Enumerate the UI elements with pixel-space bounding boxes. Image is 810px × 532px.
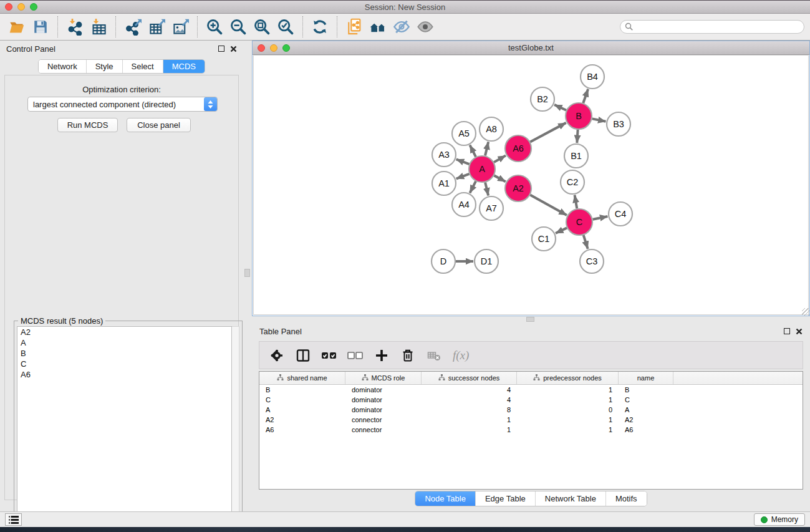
graph-node-C1[interactable]: C1	[532, 227, 556, 251]
graph-node-A3[interactable]: A3	[432, 143, 456, 167]
graph-node-B4[interactable]: B4	[581, 65, 604, 89]
column-header-predecessor-nodes[interactable]: predecessor nodes	[517, 372, 619, 384]
cell-predecessor-nodes[interactable]: 1	[517, 396, 619, 404]
graph-edge-C-C3[interactable]	[584, 235, 588, 249]
import-table-icon[interactable]	[87, 15, 110, 39]
graph-node-A4[interactable]: A4	[452, 193, 476, 216]
result-item[interactable]: A2	[17, 327, 231, 337]
cell-mcds-role[interactable]: connector	[345, 416, 422, 423]
network-canvas[interactable]: B4B2BB3A8A5A6A3B1AC2A1A2A4A7C4CC1C3DD1	[253, 55, 809, 315]
table-row[interactable]: Bdominator41B	[259, 385, 803, 395]
column-header-shared-name[interactable]: shared name	[259, 372, 345, 384]
search-input[interactable]	[620, 20, 804, 34]
graph-edge-A-A3[interactable]	[456, 159, 470, 164]
graph-node-D[interactable]: D	[432, 249, 455, 273]
delete-table-icon[interactable]	[425, 347, 443, 364]
network-graph[interactable]: B4B2BB3A8A5A6A3B1AC2A1A2A4A7C4CC1C3DD1	[254, 56, 809, 315]
cell-shared-name[interactable]: C	[259, 396, 345, 404]
tab-motifs[interactable]: Motifs	[605, 491, 647, 506]
close-panel-icon[interactable]	[796, 328, 803, 335]
delete-column-icon[interactable]	[399, 347, 417, 364]
refresh-view-icon[interactable]	[308, 15, 332, 39]
graph-node-B2[interactable]: B2	[531, 87, 554, 111]
cell-name[interactable]: A2	[619, 416, 673, 423]
cell-mcds-role[interactable]: dominator	[345, 406, 422, 414]
cell-mcds-role[interactable]: dominator	[345, 396, 422, 404]
graph-node-A5[interactable]: A5	[452, 122, 476, 145]
graph-node-A[interactable]: A	[469, 156, 495, 182]
graph-edge-A-A6[interactable]	[494, 155, 506, 162]
graph-edge-B-B2[interactable]	[554, 105, 566, 110]
cell-name[interactable]: C	[619, 396, 673, 404]
add-column-icon[interactable]	[373, 347, 390, 364]
open-session-icon[interactable]	[5, 15, 29, 39]
zoom-fit-icon[interactable]	[250, 15, 274, 39]
tab-node-table[interactable]: Node Table	[415, 491, 475, 506]
tab-edge-table[interactable]: Edge Table	[475, 491, 535, 506]
graph-edge-B-B3[interactable]	[592, 118, 606, 121]
result-item[interactable]: A6	[17, 369, 231, 380]
import-network-icon[interactable]	[63, 15, 87, 39]
criterion-select[interactable]: largest connected component (directed)	[27, 97, 218, 112]
result-item[interactable]: B	[17, 348, 231, 359]
column-header-mcds-role[interactable]: MCDS role	[345, 372, 422, 384]
cell-successor-nodes[interactable]: 4	[422, 396, 517, 404]
cell-mcds-role[interactable]: dominator	[345, 386, 422, 394]
table-row[interactable]: Adominator80A	[259, 405, 803, 415]
table-settings-icon[interactable]	[268, 347, 286, 364]
float-panel-icon[interactable]	[784, 328, 790, 334]
graph-edge-B-B1[interactable]	[577, 130, 577, 143]
table-row[interactable]: Cdominator41C	[259, 395, 803, 405]
horizontal-split-divider[interactable]	[252, 316, 810, 322]
graph-edge-A-A4[interactable]	[470, 181, 476, 193]
vertical-split-divider[interactable]	[243, 41, 252, 511]
cell-successor-nodes[interactable]: 1	[422, 426, 517, 433]
close-panel-icon[interactable]	[230, 46, 237, 52]
cell-name[interactable]: B	[619, 386, 673, 394]
memory-button[interactable]: Memory	[754, 513, 805, 526]
cell-predecessor-nodes[interactable]: 0	[517, 406, 619, 414]
window-resize-handle[interactable]	[802, 308, 809, 316]
export-table-icon[interactable]	[145, 15, 168, 39]
cell-successor-nodes[interactable]: 1	[422, 416, 517, 423]
float-panel-icon[interactable]	[218, 46, 224, 52]
graph-node-D1[interactable]: D1	[475, 249, 498, 273]
export-network-icon[interactable]	[121, 15, 145, 39]
tab-select[interactable]: Select	[122, 60, 163, 73]
graph-node-A6[interactable]: A6	[505, 135, 531, 162]
graph-edge-C-C4[interactable]	[593, 216, 608, 220]
graph-node-B3[interactable]: B3	[607, 112, 630, 136]
graph-edge-A2-C[interactable]	[530, 195, 567, 215]
graph-node-C4[interactable]: C4	[609, 202, 632, 226]
cell-name[interactable]: A	[619, 406, 673, 414]
apply-function-icon[interactable]: f(x)	[451, 349, 469, 362]
divider-handle[interactable]	[526, 317, 534, 322]
graph-edge-A-A2[interactable]	[494, 175, 505, 181]
result-item[interactable]: C	[17, 359, 231, 369]
graph-edge-C-C2[interactable]	[575, 195, 577, 209]
new-network-from-selection-icon[interactable]	[342, 15, 366, 39]
tab-mcds[interactable]: MCDS	[163, 60, 205, 73]
graph-node-B[interactable]: B	[566, 103, 592, 129]
graph-edge-A-A1[interactable]	[456, 174, 470, 179]
first-neighbors-icon[interactable]	[366, 15, 390, 39]
result-list-scrollbar[interactable]	[232, 326, 239, 530]
select-all-icon[interactable]	[321, 347, 338, 364]
graph-edge-A-A8[interactable]	[485, 142, 488, 155]
table-row[interactable]: A6connector11A6	[259, 425, 803, 435]
result-item[interactable]: A	[17, 337, 231, 348]
network-window-titlebar[interactable]: testGlobe.txt	[253, 41, 809, 55]
tab-style[interactable]: Style	[86, 60, 122, 73]
show-all-icon[interactable]	[413, 15, 437, 39]
cell-predecessor-nodes[interactable]: 1	[517, 386, 619, 394]
mcds-result-list[interactable]: A2ABCA6	[17, 326, 232, 530]
graph-node-B1[interactable]: B1	[564, 144, 588, 168]
zoom-out-icon[interactable]	[226, 15, 250, 39]
zoom-selected-icon[interactable]	[274, 15, 297, 39]
cell-successor-nodes[interactable]: 4	[422, 386, 517, 394]
cell-shared-name[interactable]: A2	[259, 416, 345, 423]
cell-mcds-role[interactable]: connector	[345, 426, 422, 433]
cell-successor-nodes[interactable]: 8	[422, 406, 517, 414]
hide-selected-icon[interactable]	[390, 15, 413, 39]
graph-node-A1[interactable]: A1	[432, 172, 456, 195]
